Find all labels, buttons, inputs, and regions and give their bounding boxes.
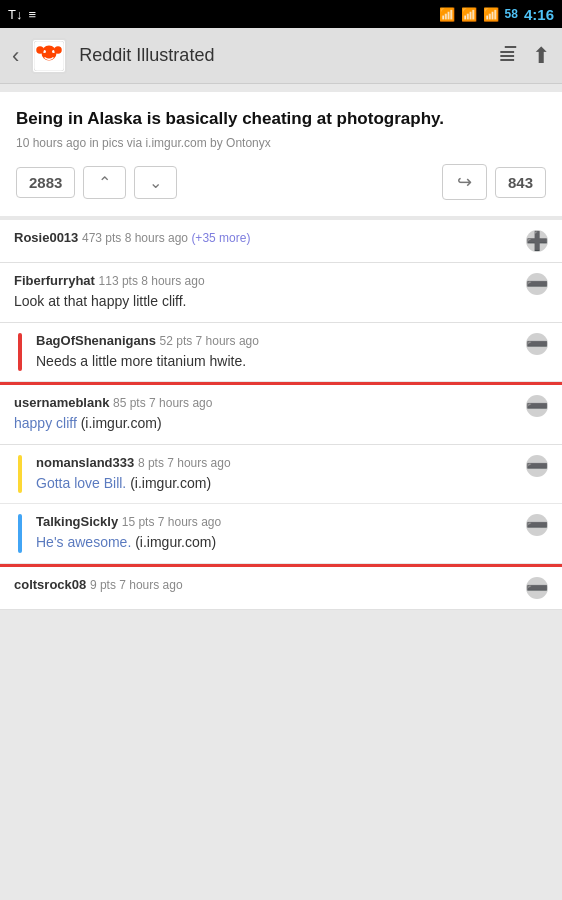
app-title: Reddit Illustrated (79, 45, 486, 66)
comment-body: coltsrock08 9 pts 7 hours ago (14, 577, 516, 596)
comment-link[interactable]: Gotta love Bill. (36, 475, 126, 491)
app-bar: ‹ Reddit Illustrated ≡̅ ⬆ (0, 28, 562, 84)
comment-meta: Fiberfurryhat 113 pts 8 hours ago (14, 273, 516, 288)
comment-author: nomansland333 (36, 455, 134, 470)
comment-pts: 8 pts (138, 456, 167, 470)
comment-meta: usernameblank 85 pts 7 hours ago (14, 395, 516, 410)
comments-section: Rosie0013 473 pts 8 hours ago (+35 more)… (0, 220, 562, 610)
indent-bar (18, 455, 22, 494)
comment-link-suffix: (i.imgur.com) (130, 475, 211, 491)
post-actions: 2883 ⌃ ⌄ ↪ 843 (16, 164, 546, 200)
comment-time: 8 hours ago (125, 231, 192, 245)
comment-body: TalkingSickly 15 pts 7 hours ago He's aw… (36, 514, 516, 553)
comment-item: Rosie0013 473 pts 8 hours ago (+35 more)… (0, 220, 562, 263)
wifi-icon: 📶 (461, 7, 477, 22)
comment-text: Gotta love Bill. (i.imgur.com) (36, 474, 516, 494)
comment-item: BagOfShenanigans 52 pts 7 hours ago Need… (0, 323, 562, 383)
indent-bar (18, 333, 22, 372)
comment-body: BagOfShenanigans 52 pts 7 hours ago Need… (36, 333, 516, 372)
comment-time: 7 hours ago (119, 578, 182, 592)
comment-pts: 52 pts (160, 334, 196, 348)
comment-meta: Rosie0013 473 pts 8 hours ago (+35 more) (14, 230, 516, 245)
comment-more[interactable]: (+35 more) (191, 231, 250, 245)
comment-meta: BagOfShenanigans 52 pts 7 hours ago (36, 333, 516, 348)
bluetooth-icon: 📶 (439, 7, 455, 22)
post-card: Being in Alaska is basically cheating at… (0, 92, 562, 216)
svg-point-5 (55, 46, 63, 54)
comment-pts: 9 pts (90, 578, 119, 592)
svg-point-1 (42, 45, 57, 60)
comment-item: Fiberfurryhat 113 pts 8 hours ago Look a… (0, 263, 562, 323)
comment-pts: 473 pts (82, 231, 125, 245)
signal-icon: 📶 (483, 7, 499, 22)
comment-time: 7 hours ago (158, 515, 221, 529)
post-title: Being in Alaska is basically cheating at… (16, 108, 546, 130)
comment-body: nomansland333 8 pts 7 hours ago Gotta lo… (36, 455, 516, 494)
comment-collapse-button[interactable]: ➖ (526, 455, 548, 477)
app-bar-actions: ≡̅ ⬆ (498, 43, 550, 69)
comment-meta: TalkingSickly 15 pts 7 hours ago (36, 514, 516, 529)
comment-text: happy cliff (i.imgur.com) (14, 414, 516, 434)
indent-bar (18, 514, 22, 553)
upload-icon[interactable]: ⬆ (532, 43, 550, 69)
comment-body: usernameblank 85 pts 7 hours ago happy c… (14, 395, 516, 434)
comment-link-suffix: (i.imgur.com) (81, 415, 162, 431)
comment-link[interactable]: happy cliff (14, 415, 77, 431)
comment-time: 8 hours ago (141, 274, 204, 288)
comment-item: coltsrock08 9 pts 7 hours ago ➖ (0, 564, 562, 610)
comment-link-suffix: (i.imgur.com) (135, 534, 216, 550)
comment-body: Fiberfurryhat 113 pts 8 hours ago Look a… (14, 273, 516, 312)
comment-time: 7 hours ago (196, 334, 259, 348)
comment-meta: nomansland333 8 pts 7 hours ago (36, 455, 516, 470)
status-left-icons: T↓ ≡ (8, 7, 36, 22)
comment-text: Needs a little more titanium hwite. (36, 352, 516, 372)
comment-item: usernameblank 85 pts 7 hours ago happy c… (0, 382, 562, 445)
comment-collapse-button[interactable]: ➖ (526, 577, 548, 599)
comment-collapse-button[interactable]: ➖ (526, 273, 548, 295)
share-button[interactable]: ↪ (442, 164, 487, 200)
upvote-button[interactable]: ⌃ (83, 166, 126, 199)
battery-indicator: 58 (505, 7, 518, 21)
app-logo (31, 38, 67, 74)
status-right-icons: 📶 📶 📶 58 4:16 (439, 6, 554, 23)
post-score: 2883 (16, 167, 75, 198)
status-bar: T↓ ≡ 📶 📶 📶 58 4:16 (0, 0, 562, 28)
comment-author: usernameblank (14, 395, 109, 410)
comment-collapse-button[interactable]: ➖ (526, 395, 548, 417)
comment-author: Fiberfurryhat (14, 273, 95, 288)
comment-time: 7 hours ago (167, 456, 230, 470)
comment-author: Rosie0013 (14, 230, 78, 245)
comment-author: BagOfShenanigans (36, 333, 156, 348)
comment-collapse-button[interactable]: ➖ (526, 514, 548, 536)
comment-item: TalkingSickly 15 pts 7 hours ago He's aw… (0, 504, 562, 564)
comment-text: He's awesome. (i.imgur.com) (36, 533, 516, 553)
clock: 4:16 (524, 6, 554, 23)
comment-time: 7 hours ago (149, 396, 212, 410)
comment-text: Look at that happy little cliff. (14, 292, 516, 312)
filter-icon[interactable]: ≡̅ (498, 43, 516, 69)
comment-author: TalkingSickly (36, 514, 118, 529)
comment-collapse-button[interactable]: ➖ (526, 333, 548, 355)
back-button[interactable]: ‹ (12, 43, 19, 69)
notification-icon: T↓ (8, 7, 22, 22)
svg-point-4 (37, 46, 45, 54)
comment-item: nomansland333 8 pts 7 hours ago Gotta lo… (0, 445, 562, 505)
comment-collapse-button[interactable]: ➕ (526, 230, 548, 252)
post-meta: 10 hours ago in pics via i.imgur.com by … (16, 136, 546, 150)
comment-pts: 15 pts (122, 515, 158, 529)
comment-pts: 85 pts (113, 396, 149, 410)
downvote-button[interactable]: ⌄ (134, 166, 177, 199)
comment-author: coltsrock08 (14, 577, 86, 592)
comment-link[interactable]: He's awesome. (36, 534, 131, 550)
comment-pts: 113 pts (99, 274, 142, 288)
comment-meta: coltsrock08 9 pts 7 hours ago (14, 577, 516, 592)
comment-body: Rosie0013 473 pts 8 hours ago (+35 more) (14, 230, 516, 249)
menu-icon: ≡ (28, 7, 36, 22)
comment-count: 843 (495, 167, 546, 198)
